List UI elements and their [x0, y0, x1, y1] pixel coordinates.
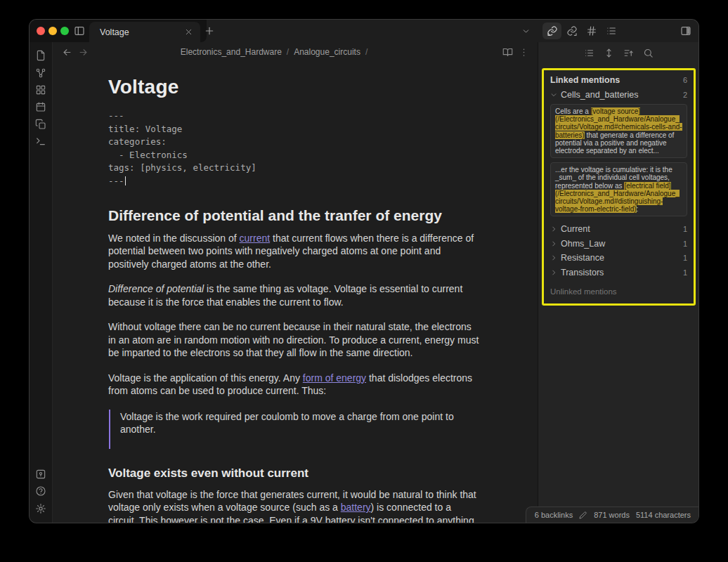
vault-switcher-icon[interactable] — [34, 468, 47, 481]
tab-voltage[interactable]: Voltage — [89, 22, 200, 42]
paragraph: Given that voltage is the force that gen… — [108, 488, 481, 523]
chevron-right-icon — [550, 254, 557, 261]
unlinked-mentions-header[interactable]: Unlinked mentions — [550, 287, 687, 296]
tab-list-chevron-icon[interactable] — [519, 25, 532, 37]
chevron-right-icon — [550, 226, 557, 233]
status-backlinks[interactable]: 6 backlinks — [535, 511, 573, 519]
copy-templates-icon[interactable] — [34, 118, 47, 131]
list-icon[interactable] — [583, 47, 595, 59]
reading-mode-book-icon[interactable] — [501, 46, 514, 58]
backlink-result[interactable]: Cells are a [voltage source](/Electronic… — [550, 104, 687, 158]
breadcrumb-separator: / — [287, 47, 289, 57]
toggle-right-sidebar-icon[interactable] — [680, 25, 692, 37]
status-word-count[interactable]: 871 words — [594, 511, 630, 519]
frontmatter-block[interactable]: ---title: Voltagecategories: - Electroni… — [108, 110, 481, 188]
linked-mentions-count: 6 — [683, 76, 687, 84]
breadcrumb-trailing-separator: / — [365, 47, 368, 57]
tab-title: Voltage — [100, 27, 129, 37]
sort-icon[interactable] — [623, 47, 635, 59]
backlink-result[interactable]: ...er the voltage is cumulative: it is t… — [550, 162, 687, 216]
backlink-group-ohms-law[interactable]: Ohms_Law 1 — [550, 237, 687, 251]
minimize-window-button[interactable] — [48, 27, 57, 35]
backlink-group-current[interactable]: Current 1 — [550, 222, 687, 236]
titlebar: Voltage — [30, 20, 698, 42]
paragraph: We noted in the discussion of current th… — [108, 232, 481, 271]
pencil-icon — [579, 511, 587, 519]
status-character-count[interactable]: 5114 characters — [636, 511, 691, 519]
linked-mentions-header: Linked mentions 6 — [550, 75, 687, 85]
new-tab-icon[interactable] — [203, 25, 216, 37]
calendar-icon[interactable] — [34, 100, 47, 113]
toggle-left-sidebar-icon[interactable] — [73, 25, 86, 37]
tags-icon[interactable] — [585, 25, 598, 37]
left-ribbon — [30, 42, 53, 523]
paragraph: Difference of potential is the same thin… — [108, 282, 481, 308]
paragraph: Without voltage there can be no current … — [108, 320, 481, 360]
file-icon[interactable] — [34, 49, 47, 62]
breadcrumb: Electronics_and_Hardware / Analogue_circ… — [53, 42, 495, 62]
obsidian-window: Voltage — [30, 20, 698, 523]
backlinks-icon[interactable] — [546, 25, 559, 37]
right-sidebar: Linked mentions 6 Cells_and_batteries 2 … — [538, 42, 698, 523]
editor-header: Electronics_and_Hardware / Analogue_circ… — [53, 42, 538, 62]
terminal-icon[interactable] — [34, 135, 47, 148]
editor-pane: Electronics_and_Hardware / Analogue_circ… — [53, 42, 538, 523]
breadcrumb-folder[interactable]: Electronics_and_Hardware — [181, 47, 282, 57]
chevron-down-icon — [550, 91, 557, 98]
close-tab-icon[interactable] — [182, 26, 195, 39]
expand-collapse-icon[interactable] — [603, 47, 615, 59]
backlink-group-transistors[interactable]: Transistors 1 — [550, 266, 687, 280]
note-content[interactable]: Voltage ---title: Voltagecategories: - E… — [108, 62, 481, 523]
section-heading: Difference of potential and the tranfer … — [108, 207, 481, 224]
screen: Voltage — [0, 0, 728, 562]
chevron-right-icon — [550, 240, 557, 247]
backlinks-pane-toolbar — [538, 42, 698, 63]
internal-link-form-of-energy[interactable]: form of energy — [303, 372, 366, 384]
note-title: Voltage — [108, 76, 481, 98]
paragraph: Voltage is the application of this energ… — [108, 372, 481, 398]
breadcrumb-subfolder[interactable]: Analogue_circuits — [294, 47, 360, 57]
graph-view-icon[interactable] — [34, 67, 47, 79]
chevron-right-icon — [550, 269, 557, 276]
outline-list-icon[interactable] — [605, 25, 618, 37]
settings-gear-icon[interactable] — [34, 502, 47, 515]
text-cursor — [125, 176, 126, 185]
internal-link-current[interactable]: current — [240, 233, 271, 244]
status-bar: 6 backlinks 871 words 5114 characters — [526, 507, 698, 523]
backlink-group-cells-and-batteries[interactable]: Cells_and_batteries 2 — [550, 90, 687, 100]
backlink-group-resistance[interactable]: Resistance 1 — [550, 251, 687, 265]
more-options-icon[interactable] — [517, 46, 530, 58]
outgoing-links-icon[interactable] — [566, 25, 578, 37]
search-icon[interactable] — [642, 47, 654, 59]
close-window-button[interactable] — [37, 27, 45, 35]
maximize-window-button[interactable] — [60, 27, 69, 35]
internal-link-battery[interactable]: battery — [341, 502, 371, 513]
help-icon[interactable] — [34, 485, 47, 497]
canvas-grid-icon[interactable] — [34, 84, 47, 96]
linked-mentions-panel: Linked mentions 6 Cells_and_batteries 2 … — [542, 68, 696, 306]
subsection-heading: Voltage exists even without current — [108, 466, 481, 481]
blockquote: Voltage is the work required per coulomb… — [109, 410, 481, 449]
